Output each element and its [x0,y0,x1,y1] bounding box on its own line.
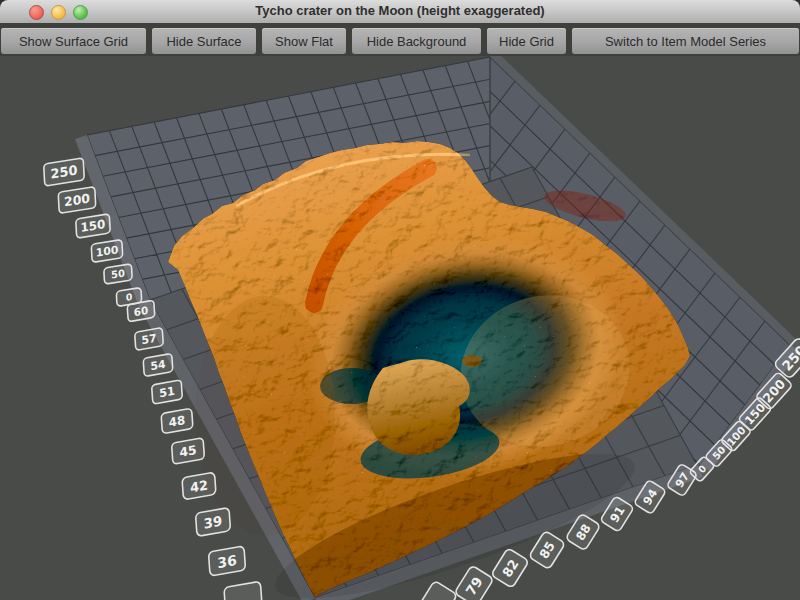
show-surface-grid-button[interactable]: Show Surface Grid [1,28,146,54]
item-model-series-button[interactable]: Switch to Item Model Series [572,28,799,54]
svg-text:0: 0 [125,291,132,303]
axis-label: 54 [143,353,173,376]
hide-grid-button[interactable]: Hide Grid [487,28,566,54]
axis-label: 100 [91,240,123,263]
svg-text:48: 48 [168,413,185,430]
axis-label: 45 [172,438,205,465]
title-bar[interactable]: Tycho crater on the Moon (height exagger… [0,0,800,24]
surface-3d-view[interactable]: 250 200 150 100 50 0 60 57 54 51 48 45 4… [0,56,800,600]
axis-label: 60 [127,300,155,322]
axis-label: 36 [208,546,245,576]
show-flat-button[interactable]: Show Flat [262,28,346,54]
svg-text:50: 50 [111,267,125,280]
svg-text:42: 42 [190,477,209,495]
toolbar: Show Surface Grid Hide Surface Show Flat… [0,23,800,56]
hide-surface-button[interactable]: Hide Surface [152,28,256,54]
svg-text:60: 60 [133,304,148,319]
svg-text:54: 54 [150,358,166,374]
app-window: Tycho crater on the Moon (height exagger… [0,0,800,600]
window-title: Tycho crater on the Moon (height exagger… [0,3,800,18]
svg-text:45: 45 [179,442,197,460]
axis-label: 42 [182,472,216,500]
svg-text:51: 51 [159,384,176,401]
axis-label: 50 [104,264,132,284]
svg-text:39: 39 [203,512,223,531]
axis-label: 57 [135,328,164,351]
svg-text:57: 57 [141,332,157,348]
axis-label: 48 [161,408,193,433]
axis-label: 39 [195,508,230,537]
svg-text:36: 36 [217,552,237,571]
hide-background-button[interactable]: Hide Background [352,28,481,54]
axis-label: 51 [152,380,183,404]
